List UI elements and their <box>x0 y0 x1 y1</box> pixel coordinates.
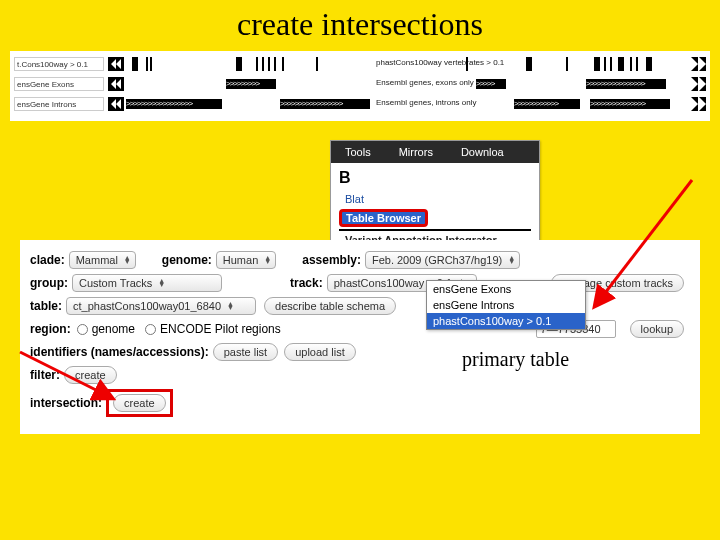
intersection-create-button[interactable]: create <box>113 394 166 412</box>
lookup-button[interactable]: lookup <box>630 320 684 338</box>
track-data: Ensembl genes, exons only >>>>>>>>> >>>>… <box>126 77 688 91</box>
filter-label: filter: <box>30 368 60 382</box>
group-select[interactable]: Custom Tracks▲▼ <box>72 274 222 292</box>
track-seg-label: Ensembl genes, exons only <box>376 78 474 87</box>
rewind-icon[interactable] <box>108 77 124 91</box>
tools-menu: Tools Mirrors Downloa B Blat Table Brows… <box>330 140 540 253</box>
track-data: phastCons100way vertebrates > 0.1 <box>126 57 688 71</box>
identifiers-label: identifiers (names/accessions): <box>30 345 209 359</box>
dropdown-option-phastcons[interactable]: phastCons100way > 0.1 <box>427 313 585 329</box>
menu-mirrors[interactable]: Mirrors <box>385 146 447 158</box>
upload-list-button[interactable]: upload list <box>284 343 356 361</box>
menu-item-blat[interactable]: Blat <box>339 189 531 209</box>
menu-tools[interactable]: Tools <box>331 146 385 158</box>
rewind-icon[interactable] <box>108 97 124 111</box>
forward-icon[interactable] <box>690 97 706 111</box>
track-data: Ensembl genes, introns only >>>>>>>>>>>>… <box>126 97 688 111</box>
intersection-create-highlight: create <box>106 389 173 417</box>
clade-select[interactable]: Mammal▲▼ <box>69 251 136 269</box>
track-label: track: <box>290 276 323 290</box>
track-row-exons: ensGene Exons Ensembl genes, exons only … <box>14 75 706 93</box>
region-genome-radio[interactable] <box>77 324 88 335</box>
menu-item-table-browser[interactable]: Table Browser <box>339 209 428 227</box>
group-label: group: <box>30 276 68 290</box>
dropdown-option-exons[interactable]: ensGene Exons <box>427 281 585 297</box>
menu-heading: B <box>339 169 531 187</box>
menu-bar: Tools Mirrors Downloa <box>331 141 539 163</box>
table-label: table: <box>30 299 62 313</box>
track-row-conservation: t.Cons100way > 0.1 phastCons100way verte… <box>14 55 706 73</box>
region-encode-label: ENCODE Pilot regions <box>160 322 281 336</box>
forward-icon[interactable] <box>690 77 706 91</box>
genome-label: genome: <box>162 253 212 267</box>
intersection-label: intersection: <box>30 396 102 410</box>
region-genome-label: genome <box>92 322 135 336</box>
menu-download[interactable]: Downloa <box>447 146 518 158</box>
genome-select[interactable]: Human▲▼ <box>216 251 276 269</box>
table-browser-form: clade: Mammal▲▼ genome: Human▲▼ assembly… <box>20 240 700 434</box>
assembly-label: assembly: <box>302 253 361 267</box>
track-label: ensGene Exons <box>14 77 104 91</box>
genome-tracks: t.Cons100way > 0.1 phastCons100way verte… <box>10 51 710 121</box>
track-seg-label: phastCons100way vertebrates > 0.1 <box>376 58 504 67</box>
describe-table-schema-button[interactable]: describe table schema <box>264 297 396 315</box>
track-label: t.Cons100way > 0.1 <box>14 57 104 71</box>
region-label: region: <box>30 322 71 336</box>
clade-label: clade: <box>30 253 65 267</box>
dropdown-option-introns[interactable]: ensGene Introns <box>427 297 585 313</box>
region-encode-radio[interactable] <box>145 324 156 335</box>
track-dropdown-list[interactable]: ensGene Exons ensGene Introns phastCons1… <box>426 280 586 330</box>
forward-icon[interactable] <box>690 57 706 71</box>
track-row-introns: ensGene Introns Ensembl genes, introns o… <box>14 95 706 113</box>
assembly-select[interactable]: Feb. 2009 (GRCh37/hg19)▲▼ <box>365 251 520 269</box>
track-seg-label: Ensembl genes, introns only <box>376 98 477 107</box>
rewind-icon[interactable] <box>108 57 124 71</box>
table-select[interactable]: ct_phastCons100way01_6840▲▼ <box>66 297 256 315</box>
filter-create-button[interactable]: create <box>64 366 117 384</box>
primary-table-annotation: primary table <box>462 348 569 371</box>
paste-list-button[interactable]: paste list <box>213 343 278 361</box>
track-label: ensGene Introns <box>14 97 104 111</box>
page-title: create intersections <box>0 0 720 47</box>
